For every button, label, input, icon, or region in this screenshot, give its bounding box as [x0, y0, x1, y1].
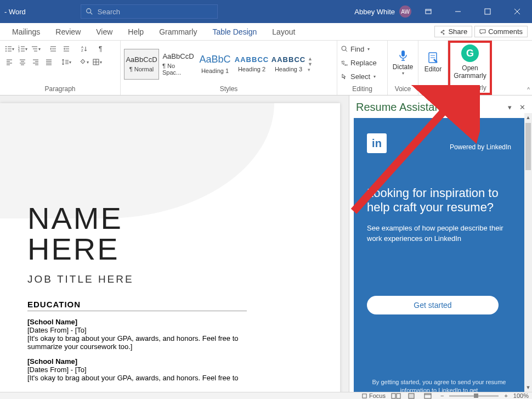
maximize-button[interactable] [475, 0, 500, 23]
doc-jobtitle[interactable]: JOB TITLE HERE [27, 273, 269, 285]
document-scroll[interactable]: NAME HERE JOB TITLE HERE EDUCATION [Scho… [0, 95, 349, 392]
scroll-thumb[interactable] [525, 123, 531, 170]
collapse-ribbon-button[interactable]: ^ [527, 87, 530, 93]
web-layout-button[interactable] [424, 393, 435, 399]
doc-school2-name[interactable]: [School Name] [27, 357, 269, 366]
close-button[interactable] [505, 0, 530, 23]
sort-button[interactable]: AZ [78, 43, 90, 55]
doc-education-heading[interactable]: EDUCATION [27, 300, 247, 311]
open-grammarly-button[interactable]: G Open Grammarly [451, 43, 489, 81]
document-page[interactable]: NAME HERE JOB TITLE HERE EDUCATION [Scho… [0, 103, 340, 392]
style-heading1[interactable]: AaBbCHeading 1 [197, 49, 233, 80]
tab-table-design[interactable]: Table Design [205, 23, 264, 41]
justify-button[interactable] [43, 56, 55, 68]
voice-group-label: Voice [391, 85, 415, 94]
paragraph-group-label: Paragraph [3, 85, 117, 94]
statusbar: Focus − + 100% [0, 392, 532, 399]
share-button[interactable]: Share [434, 26, 472, 37]
svg-point-0 [87, 9, 91, 13]
pane-subtext: See examples of how people describe thei… [367, 223, 511, 244]
read-mode-button[interactable] [391, 393, 402, 399]
pane-body: in Powered by LinkedIn Looking for inspi… [354, 118, 524, 399]
show-formatting-button[interactable]: ¶ [95, 43, 107, 55]
tab-layout[interactable]: Layout [264, 23, 303, 41]
svg-line-1 [90, 13, 93, 15]
shading-button[interactable]: ▾ [78, 56, 90, 68]
styles-group: AaBbCcD¶ Normal AaBbCcD¶ No Spac... AaBb… [121, 41, 337, 95]
tab-grammarly[interactable]: Grammarly [151, 23, 205, 41]
svg-text:Z: Z [81, 49, 83, 52]
paragraph-group: ▾ 123▾ ▾ AZ ¶ ▾ ▾ ▾ [0, 41, 121, 95]
pane-heading: Looking for inspiration to help craft yo… [367, 186, 511, 215]
line-spacing-button[interactable]: ▾ [60, 56, 72, 68]
align-right-button[interactable] [30, 56, 42, 68]
replace-button[interactable]: abacReplace [341, 57, 377, 69]
search-icon [86, 8, 93, 15]
app-title: - Word [0, 8, 26, 16]
doc-name-line1[interactable]: NAME [27, 203, 269, 234]
editor-group: Editor Editor [418, 41, 448, 95]
doc-school1-desc[interactable]: [It's okay to brag about your GPA, award… [27, 334, 247, 351]
pane-close-button[interactable]: ✕ [519, 103, 525, 111]
find-button[interactable]: Find▾ [341, 43, 370, 55]
svg-rect-58 [401, 50, 405, 57]
select-button[interactable]: Select▾ [341, 70, 376, 82]
minimize-button[interactable] [445, 0, 471, 23]
scroll-down-icon[interactable]: ▼ [524, 383, 532, 392]
zoom-level[interactable]: 100% [513, 392, 529, 399]
editing-group-label: Editing [341, 85, 384, 94]
tab-mailings[interactable]: Mailings [4, 23, 48, 41]
pane-dropdown-icon[interactable]: ▾ [508, 103, 512, 111]
tab-help[interactable]: Help [120, 23, 151, 41]
get-started-button[interactable]: Get started [367, 296, 499, 314]
doc-school1-name[interactable]: [School Name] [27, 318, 269, 326]
editing-group: Find▾ abacReplace Select▾ Editing [337, 41, 388, 95]
zoom-out-button[interactable]: − [440, 392, 444, 399]
focus-mode-button[interactable]: Focus [361, 392, 386, 399]
svg-point-12 [5, 50, 7, 52]
resume-assistant-pane: Resume Assistant ▾ ✕ in Powered by Linke… [349, 95, 532, 392]
doc-school2-dates[interactable]: [Dates From] - [To] [27, 366, 269, 374]
dictate-button[interactable]: Dictate ▾ [391, 43, 415, 81]
align-center-button[interactable] [16, 56, 29, 68]
decrease-indent-button[interactable] [47, 43, 59, 55]
tab-review[interactable]: Review [48, 23, 88, 41]
tab-view[interactable]: View [88, 23, 120, 41]
comments-button[interactable]: Comments [474, 26, 528, 37]
user-name[interactable]: Abbey White [354, 8, 395, 16]
editor-group-label: Editor [422, 85, 444, 94]
style-no-spacing[interactable]: AaBbCcD¶ No Spac... [161, 49, 196, 80]
zoom-in-button[interactable]: + [504, 392, 507, 399]
doc-school1-dates[interactable]: [Dates From] - [To] [27, 326, 269, 334]
style-heading2[interactable]: AABBCCHeading 2 [234, 49, 269, 80]
style-normal[interactable]: AaBbCcD¶ Normal [124, 49, 159, 80]
editor-icon [427, 51, 440, 64]
search-box[interactable]: Search [81, 4, 218, 19]
doc-name-line2[interactable]: HERE [27, 234, 269, 265]
numbering-button[interactable]: 123▾ [16, 43, 29, 55]
svg-rect-2 [426, 9, 431, 14]
voice-group: Dictate ▾ Voice [388, 41, 418, 95]
scroll-up-icon[interactable]: ▲ [524, 113, 532, 122]
style-heading3[interactable]: AABBCCHeading 3 [271, 49, 306, 80]
share-icon [439, 29, 446, 35]
borders-button[interactable]: ▾ [91, 56, 103, 68]
svg-line-55 [346, 50, 347, 52]
pane-scrollbar[interactable]: ▲ ▼ [524, 113, 532, 392]
svg-text:ac: ac [344, 63, 348, 66]
bullets-button[interactable]: ▾ [3, 43, 15, 55]
doc-school2-desc[interactable]: [It's okay to brag about your GPA, award… [27, 374, 247, 382]
align-left-button[interactable] [3, 56, 15, 68]
svg-rect-63 [363, 394, 366, 397]
pane-title: Resume Assistant [356, 101, 444, 114]
zoom-slider[interactable] [449, 395, 499, 397]
editor-button[interactable]: Editor [422, 43, 444, 81]
styles-scroll[interactable]: ▲▼▾ [308, 56, 313, 72]
print-layout-button[interactable] [408, 393, 418, 399]
styles-group-label: Styles [124, 85, 333, 94]
multilevel-list-button[interactable]: ▾ [30, 43, 42, 55]
avatar[interactable]: AW [399, 5, 411, 18]
powered-by-label: Powered by LinkedIn [450, 143, 511, 151]
increase-indent-button[interactable] [60, 43, 72, 55]
ribbon-display-button[interactable] [416, 0, 441, 23]
